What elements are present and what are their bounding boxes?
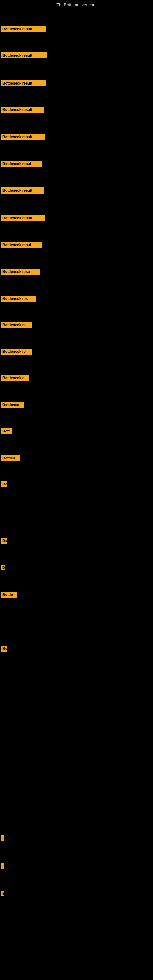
bottleneck-badge-3: Bottleneck result [1,80,46,86]
bottleneck-badge-27: E [1,891,4,896]
badge-item-27: E [1,891,4,897]
bottleneck-badge-18: Bo [1,481,7,487]
badge-item-3: Bottleneck result [1,80,46,88]
badge-item-7: Bottleneck result [1,188,45,195]
bottleneck-badge-4: Bottleneck result [1,107,45,113]
badge-item-26: | [1,863,4,870]
badge-item-6: Bottleneck resul [1,161,42,168]
bottleneck-badge-16: Bott [1,428,12,434]
bottleneck-badge-11: Bottleneck res [1,296,36,302]
bottleneck-badge-24: Bo [1,646,7,652]
badge-item-1: Bottleneck result [1,26,46,33]
badge-item-15: Bottlenec [1,402,24,409]
badge-item-2: Bottleneck result [1,52,47,60]
bottleneck-badge-22: Bottle [1,592,18,598]
bottleneck-badge-12: Bottleneck re [1,322,32,328]
bottleneck-badge-9: Bottleneck resul [1,242,42,248]
badge-item-20: Bo [1,538,7,545]
badge-item-10: Bottleneck resu [1,269,40,276]
bottleneck-badge-1: Bottleneck result [1,26,46,32]
bottleneck-badge-2: Bottleneck result [1,52,47,59]
badge-item-4: Bottleneck result [1,107,45,114]
bottleneck-badge-8: Bottleneck result [1,215,45,221]
badge-item-9: Bottleneck resul [1,242,42,249]
bottleneck-badge-15: Bottlenec [1,402,24,408]
badge-item-11: Bottleneck res [1,296,36,303]
bottleneck-badge-7: Bottleneck result [1,188,45,194]
bottleneck-badge-6: Bottleneck resul [1,161,42,167]
badge-item-12: Bottleneck re [1,322,32,329]
bottleneck-badge-17: Bottlen [1,455,19,461]
bottleneck-badge-14: Bottleneck r [1,375,29,381]
badge-item-17: Bottlen [1,455,19,463]
badge-item-13: Bottleneck re [1,348,32,356]
badge-item-5: Bottleneck result [1,134,45,141]
bottleneck-badge-10: Bottleneck resu [1,269,40,275]
bottleneck-badge-5: Bottleneck result [1,134,45,140]
badge-item-16: Bott [1,428,12,436]
badge-item-22: Bottle [1,592,18,599]
badge-item-21: B [1,565,5,571]
bottleneck-badge-25: | [1,835,4,841]
badge-item-14: Bottleneck r [1,375,29,382]
bottleneck-badge-13: Bottleneck re [1,348,32,355]
bottleneck-badge-20: Bo [1,538,7,544]
badge-item-8: Bottleneck result [1,215,45,222]
bottleneck-badge-26: | [1,863,4,869]
badge-item-24: Bo [1,646,7,653]
site-title: TheBottlenecker.com [0,0,153,9]
bottleneck-badge-21: B [1,565,5,570]
badge-item-25: | [1,835,4,842]
badge-item-18: Bo [1,481,7,488]
